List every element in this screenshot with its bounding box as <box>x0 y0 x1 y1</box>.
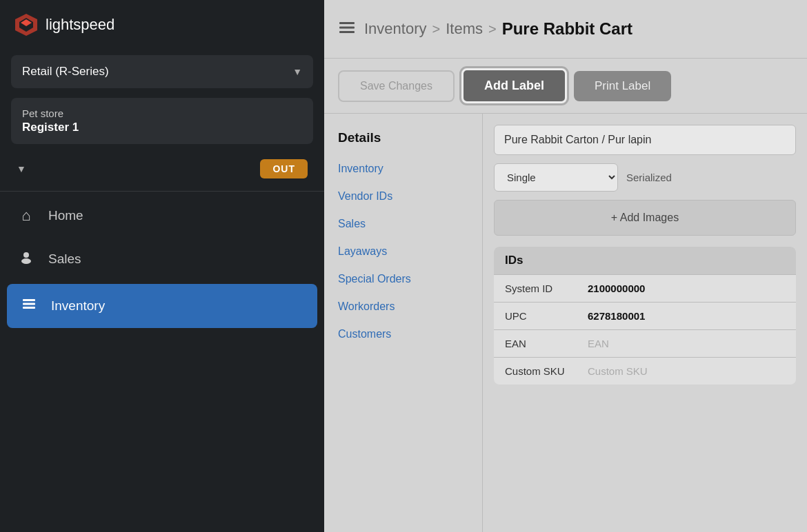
breadcrumb-sep2: > <box>488 21 497 37</box>
breadcrumb-inventory[interactable]: Inventory <box>364 20 427 38</box>
logo-text: lightspeed <box>46 16 114 34</box>
top-bar: Inventory > Items > Pure Rabbit Cart <box>324 0 807 59</box>
side-nav-header: Details <box>324 125 482 155</box>
print-label-button[interactable]: Print Label <box>574 71 671 101</box>
ids-row-ean: EAN EAN <box>494 329 796 357</box>
sidebar-item-home[interactable]: ⌂ Home <box>0 194 324 237</box>
lightspeed-logo-icon <box>14 12 39 37</box>
breadcrumb-items[interactable]: Items <box>446 20 483 38</box>
main-content: Inventory > Items > Pure Rabbit Cart Sav… <box>324 0 807 532</box>
ids-row-custom-sku: Custom SKU Custom SKU <box>494 357 796 385</box>
ids-label-system-id: System ID <box>505 283 588 294</box>
ids-value-upc: 6278180001 <box>588 310 645 322</box>
nav-collapse-row: ▼ OUT <box>0 150 324 188</box>
side-nav-item-inventory[interactable]: Inventory <box>324 155 482 183</box>
svg-point-3 <box>23 252 29 258</box>
ids-label-upc: UPC <box>505 310 588 322</box>
breadcrumb-current-item: Pure Rabbit Cart <box>502 19 632 39</box>
item-type-select[interactable]: Single Box Pack <box>494 163 618 192</box>
register-register-name: Register 1 <box>22 121 302 134</box>
content-area: Details Inventory Vendor IDs Sales Layaw… <box>324 114 807 532</box>
store-selector[interactable]: Retail (R-Series) ▼ <box>11 55 313 88</box>
svg-rect-5 <box>23 299 35 301</box>
serialized-label: Serialized <box>626 172 672 183</box>
logo-area: lightspeed <box>0 0 324 50</box>
breadcrumb: Inventory > Items > Pure Rabbit Cart <box>364 19 632 39</box>
ids-value-system-id: 2100000000 <box>588 283 645 294</box>
ids-value-ean[interactable]: EAN <box>588 338 609 349</box>
register-info[interactable]: Pet store Register 1 <box>11 98 313 144</box>
ids-label-ean: EAN <box>505 338 588 349</box>
detail-panel: Single Box Pack Serialized + Add Images … <box>483 114 807 532</box>
add-images-button[interactable]: + Add Images <box>494 200 796 236</box>
svg-rect-7 <box>23 307 35 309</box>
add-label-button[interactable]: Add Label <box>461 68 567 103</box>
item-name-input[interactable] <box>494 125 796 155</box>
ids-section-header: IDs <box>494 247 796 274</box>
side-nav-item-customers[interactable]: Customers <box>324 320 482 348</box>
side-nav-item-workorders[interactable]: Workorders <box>324 293 482 320</box>
side-nav-item-special-orders[interactable]: Special Orders <box>324 265 482 293</box>
ids-label-custom-sku: Custom SKU <box>505 365 588 377</box>
item-type-row: Single Box Pack Serialized <box>494 163 796 192</box>
svg-rect-8 <box>339 22 355 24</box>
sidebar-item-inventory[interactable]: Inventory <box>7 284 317 328</box>
svg-point-4 <box>21 258 31 264</box>
ids-row-system-id: System ID 2100000000 <box>494 274 796 302</box>
nav-collapse-arrow-icon[interactable]: ▼ <box>17 163 26 174</box>
inventory-icon <box>19 296 39 316</box>
nav-divider <box>0 191 324 192</box>
ids-value-custom-sku[interactable]: Custom SKU <box>588 365 648 377</box>
sidebar-item-home-label: Home <box>48 208 83 223</box>
store-selector-label: Retail (R-Series) <box>22 65 109 79</box>
breadcrumb-sep1: > <box>432 21 441 37</box>
side-nav-item-vendor-ids[interactable]: Vendor IDs <box>324 183 482 210</box>
side-nav: Details Inventory Vendor IDs Sales Layaw… <box>324 114 483 532</box>
sales-icon <box>17 249 36 269</box>
side-nav-item-sales[interactable]: Sales <box>324 210 482 238</box>
breadcrumb-inventory-icon <box>338 19 356 40</box>
out-badge: OUT <box>260 159 308 178</box>
side-nav-item-layaways[interactable]: Layaways <box>324 238 482 265</box>
ids-section: IDs System ID 2100000000 UPC 6278180001 … <box>494 247 796 385</box>
sidebar-item-inventory-label: Inventory <box>51 298 105 314</box>
sidebar-item-sales[interactable]: Sales <box>0 237 324 281</box>
ids-row-upc: UPC 6278180001 <box>494 302 796 329</box>
sidebar: lightspeed Retail (R-Series) ▼ Pet store… <box>0 0 324 532</box>
svg-rect-6 <box>23 303 35 305</box>
sidebar-item-sales-label: Sales <box>48 252 81 267</box>
svg-rect-10 <box>339 31 355 33</box>
register-store-name: Pet store <box>22 108 302 119</box>
action-bar: Save Changes Add Label Print Label <box>324 59 807 114</box>
svg-rect-9 <box>339 26 355 28</box>
store-selector-chevron-icon: ▼ <box>292 66 302 77</box>
home-icon: ⌂ <box>17 207 36 225</box>
save-changes-button[interactable]: Save Changes <box>338 70 455 102</box>
